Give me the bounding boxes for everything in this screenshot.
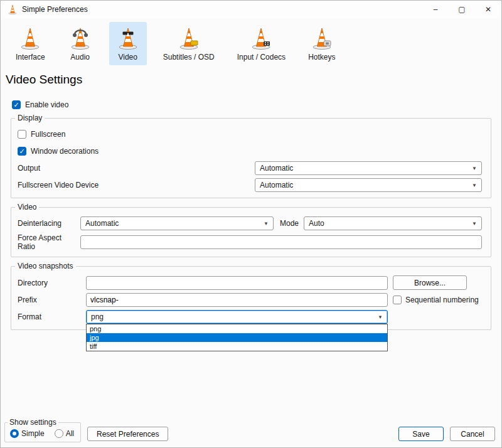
format-dropdown[interactable]: png ▼ [86,310,388,324]
fullscreen-video-device-dropdown[interactable]: Automatic ▼ [255,178,482,192]
toolbar-item-label: Video [118,53,137,61]
simple-radio[interactable] [10,429,19,438]
checkbox-icon [393,296,402,304]
close-icon: ✕ [485,5,491,14]
fullscreen-label: Fullscreen [31,130,65,139]
close-button[interactable]: ✕ [475,1,501,18]
prefix-label: Prefix [18,296,86,304]
window-decorations-checkbox[interactable]: ✓ Window decorations [18,144,482,158]
input-codecs-cone-icon [248,26,274,51]
minimize-icon: – [434,5,438,14]
cancel-button[interactable]: Cancel [450,427,495,441]
toolbar-item-interface[interactable]: Interface [9,22,51,65]
toolbar-item-label: Input / Codecs [237,53,286,61]
chevron-down-icon: ▼ [264,221,269,227]
video-snapshots-groupbox: Video snapshots Directory Browse... Pref… [11,266,491,330]
audio-cone-icon [68,26,93,51]
simple-radio-label: Simple [21,429,45,438]
all-radio-label: All [66,429,74,438]
fullscreen-video-device-value: Automatic [260,181,293,189]
checkbox-icon: ✓ [18,147,26,156]
mode-value: Auto [309,219,324,228]
droplist-option-jpg[interactable]: jpg [87,333,387,342]
minimize-button[interactable]: – [422,1,449,18]
directory-label: Directory [18,279,86,287]
prefix-input[interactable] [86,293,388,307]
toolbar-item-label: Hotkeys [308,53,335,61]
sequential-numbering-label: Sequential numbering [405,296,479,304]
force-aspect-ratio-label: Force Aspect Ratio [18,233,80,251]
output-label: Output [18,164,255,173]
fullscreen-checkbox[interactable]: Fullscreen [18,127,482,141]
format-label: Format [18,312,86,321]
format-dropdown-list: png jpg tiff [86,324,388,351]
output-value: Automatic [260,164,293,173]
display-groupbox: Display Fullscreen ✓ Window decorations … [11,118,491,198]
droplist-option-tiff[interactable]: tiff [87,342,387,351]
checkbox-icon: ✓ [12,100,21,109]
subtitles-cone-icon [176,26,201,51]
footer: Show settings Simple All Reset Preferenc… [4,422,495,442]
vlc-app-icon [7,4,18,15]
reset-preferences-button[interactable]: Reset Preferences [87,427,168,441]
mode-dropdown[interactable]: Auto ▼ [304,216,482,230]
video-groupbox: Video Deinterlacing Automatic ▼ Mode Aut… [11,207,491,257]
interface-cone-icon [18,26,43,51]
droplist-option-png[interactable]: png [87,324,387,333]
toolbar-item-hotkeys[interactable]: Hotkeys [302,22,341,65]
checkbox-icon [18,130,26,139]
maximize-button[interactable]: ▢ [449,1,475,18]
titlebar: Simple Preferences – ▢ ✕ [1,1,501,18]
preferences-toolbar: Interface Audio Video Subtitles / OSD [9,22,501,65]
maximize-icon: ▢ [458,5,465,14]
page-title: Video Settings [6,73,501,87]
show-settings-groupbox: Show settings Simple All [4,422,81,442]
window-decorations-label: Window decorations [31,147,99,156]
deinterlacing-label: Deinterlacing [18,219,80,228]
chevron-down-icon: ▼ [472,166,477,171]
toolbar-item-video[interactable]: Video [109,22,147,65]
toolbar-item-label: Interface [16,53,45,61]
deinterlacing-value: Automatic [85,219,119,228]
enable-video-label: Enable video [25,100,68,109]
save-button[interactable]: Save [398,427,444,441]
deinterlacing-dropdown[interactable]: Automatic ▼ [80,216,274,230]
toolbar-item-audio[interactable]: Audio [61,22,99,65]
toolbar-item-label: Subtitles / OSD [163,53,215,61]
video-group-title: Video [15,203,39,211]
toolbar-item-input-codecs[interactable]: Input / Codecs [231,22,292,65]
force-aspect-ratio-input[interactable] [80,235,482,249]
display-group-title: Display [15,114,45,122]
chevron-down-icon: ▼ [472,183,477,188]
enable-video-checkbox[interactable]: ✓ Enable video [12,100,501,109]
format-value: png [91,312,104,321]
toolbar-item-label: Audio [70,53,90,61]
toolbar-item-subtitles-osd[interactable]: Subtitles / OSD [157,22,221,65]
video-cone-icon [115,26,141,51]
directory-input[interactable] [86,276,388,290]
hotkeys-cone-icon [309,26,334,51]
sequential-numbering-checkbox[interactable]: Sequential numbering [393,296,482,304]
fullscreen-video-device-label: Fullscreen Video Device [18,181,255,189]
video-snapshots-group-title: Video snapshots [15,262,76,270]
chevron-down-icon: ▼ [378,314,383,320]
output-dropdown[interactable]: Automatic ▼ [255,161,482,175]
show-settings-title: Show settings [8,418,58,427]
window-title: Simple Preferences [22,5,422,14]
mode-label: Mode [280,219,299,228]
browse-button[interactable]: Browse... [393,275,467,290]
chevron-down-icon: ▼ [472,221,477,227]
all-radio[interactable] [55,429,63,438]
